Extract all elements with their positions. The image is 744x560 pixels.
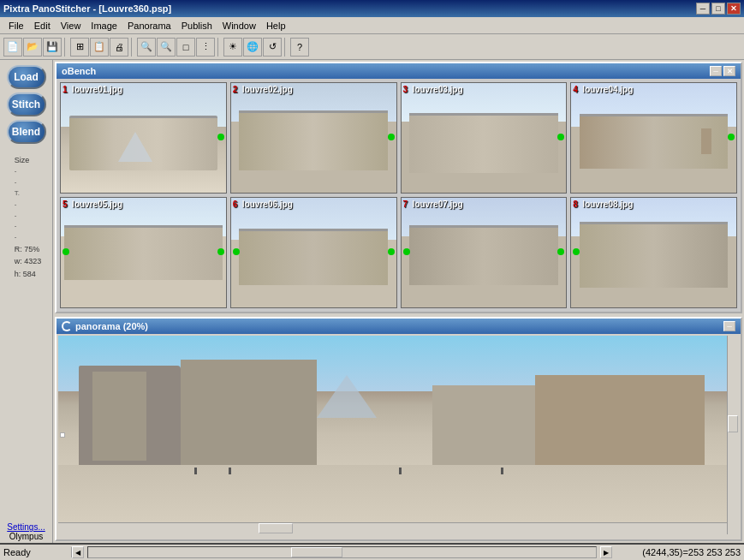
photo-label-6: 6 louvre06.jpg xyxy=(233,200,293,209)
left-settings: Settings... Olympus xyxy=(4,522,49,541)
tool-paste[interactable]: 📋 xyxy=(90,38,109,57)
toolbar-sep4 xyxy=(284,38,288,57)
photo-label-7: 7 louvre07.jpg xyxy=(403,200,463,209)
close-button[interactable]: ✕ xyxy=(727,3,741,15)
photo-cell-6[interactable]: 6 louvre06.jpg xyxy=(230,197,397,308)
menu-publish[interactable]: Publish xyxy=(176,19,217,33)
tool-globe[interactable]: 🌐 xyxy=(243,38,262,57)
menu-edit[interactable]: Edit xyxy=(29,19,56,33)
menu-file[interactable]: File xyxy=(3,19,29,33)
scrollbar-thumb[interactable] xyxy=(291,547,342,557)
photo-label-3: 3 louvre03.jpg xyxy=(403,85,463,94)
photo-cell-2[interactable]: 2 louvre02.jpg xyxy=(230,82,397,194)
panorama-image xyxy=(58,336,739,534)
ctrl-dot-3-right xyxy=(557,134,564,140)
tool-open[interactable]: 📂 xyxy=(23,38,42,57)
panorama-window: panorama (20%) ─ xyxy=(55,317,742,541)
photo-mock-1 xyxy=(61,83,226,193)
ctrl-dot-4-right xyxy=(728,134,735,140)
coords-display: (4244,35)=253 253 253 xyxy=(612,547,741,557)
tool-refresh[interactable]: ↺ xyxy=(263,38,282,57)
rotation-info: R: 75% xyxy=(15,243,42,255)
tool-save[interactable]: 💾 xyxy=(43,38,62,57)
tool-copy[interactable]: ⊞ xyxy=(70,38,89,57)
menu-help[interactable]: Help xyxy=(261,19,291,33)
toolbar: 📄 📂 💾 ⊞ 📋 🖨 🔍 🔍 □ ⋮ ☀ 🌐 ↺ ? xyxy=(0,34,744,60)
settings-link[interactable]: Settings... xyxy=(7,522,45,532)
tool-help[interactable]: ? xyxy=(290,38,309,57)
tool-zoom-out[interactable]: 🔍 xyxy=(157,38,176,57)
photo-cell-4[interactable]: 4 louvre04.jpg xyxy=(570,82,737,194)
maximize-button[interactable]: □ xyxy=(711,3,725,15)
scroll-thumb-v[interactable] xyxy=(728,415,738,432)
tool-grid[interactable]: ⋮ xyxy=(196,38,215,57)
scroll-left-indicator xyxy=(60,432,65,438)
menu-image[interactable]: Image xyxy=(86,19,122,33)
menu-panorama[interactable]: Panorama xyxy=(122,19,176,33)
scroll-left-btn[interactable]: ◀ xyxy=(72,546,84,558)
status-text: Ready xyxy=(3,547,72,557)
photobench-minimize[interactable]: ─ xyxy=(710,66,722,76)
panorama-title-text: panorama (20%) xyxy=(75,321,148,331)
photo-label-1: 1 louvre01.jpg xyxy=(62,85,122,94)
content-area: oBench ─ ✕ 1 louvre01.jpg xyxy=(53,60,744,543)
photo-label-2: 2 louvre02.jpg xyxy=(233,85,293,94)
panorama-title-bar: panorama (20%) ─ xyxy=(57,319,741,334)
panorama-scrollbar-h[interactable] xyxy=(58,522,727,534)
scroll-thumb-h[interactable] xyxy=(259,523,293,533)
tool-rect[interactable]: □ xyxy=(176,38,195,57)
menu-view[interactable]: View xyxy=(56,19,86,33)
panorama-content[interactable] xyxy=(58,336,739,534)
tool-zoom-in[interactable]: 🔍 xyxy=(137,38,156,57)
photobench-close[interactable]: ✕ xyxy=(723,66,735,76)
photo-cell-7[interactable]: 7 louvre07.jpg xyxy=(401,197,568,308)
photo-mock-3 xyxy=(402,83,567,193)
ctrl-dot-7-left xyxy=(403,248,410,255)
title-bar-buttons: ─ □ ✕ xyxy=(696,3,741,15)
photo-cell-1[interactable]: 1 louvre01.jpg xyxy=(60,82,227,194)
ctrl-dot-7-right xyxy=(557,248,564,255)
ctrl-dot-6-right xyxy=(388,248,395,255)
menu-window[interactable]: Window xyxy=(217,19,261,33)
window-title: Pixtra PanoStitcher - [Louvre360.psp] xyxy=(3,3,171,14)
tool-print[interactable]: 🖨 xyxy=(110,38,128,57)
toolbar-sep3 xyxy=(217,38,221,57)
photo-cell-8[interactable]: 8 louvre08.jpg xyxy=(570,197,737,308)
main-layout: Load Stitch Blend Size - - T. - - - - R:… xyxy=(0,60,744,543)
left-panel: Load Stitch Blend Size - - T. - - - - R:… xyxy=(0,60,53,543)
width-info: w: 4323 xyxy=(15,255,42,267)
tool-new[interactable]: 📄 xyxy=(3,38,22,57)
photo-mock-6 xyxy=(231,198,396,307)
height-info: h: 584 xyxy=(15,268,42,280)
photo-cell-3[interactable]: 3 louvre03.jpg xyxy=(401,82,568,194)
blend-button[interactable]: Blend xyxy=(7,120,46,144)
ctrl-dot-5-right xyxy=(217,248,224,255)
title-bar: Pixtra PanoStitcher - [Louvre360.psp] ─ … xyxy=(0,0,744,17)
ctrl-dot-1-right xyxy=(217,134,224,140)
photo-mock-2 xyxy=(231,83,396,193)
photobench-title-text: oBench xyxy=(62,66,96,76)
photo-label-8: 8 louvre08.jpg xyxy=(573,200,633,209)
ctrl-dot-5-left xyxy=(62,248,69,255)
photo-mock-5 xyxy=(61,198,226,307)
toolbar-sep2 xyxy=(131,38,134,57)
ctrl-dot-6-left xyxy=(233,248,240,255)
camera-label: Olympus xyxy=(9,532,43,541)
scroll-right-btn[interactable]: ▶ xyxy=(600,546,612,558)
panorama-scrollbar-v[interactable] xyxy=(727,336,739,534)
load-button[interactable]: Load xyxy=(7,65,46,89)
size-label: Size xyxy=(15,154,42,166)
minimize-button[interactable]: ─ xyxy=(696,3,710,15)
panorama-minimize[interactable]: ─ xyxy=(723,321,735,331)
photo-label-5: 5 louvre05.jpg xyxy=(62,200,122,209)
tool-brightness[interactable]: ☀ xyxy=(223,38,242,57)
photobench-title-bar: oBench ─ ✕ xyxy=(57,63,741,79)
stitch-button[interactable]: Stitch xyxy=(7,92,46,116)
ctrl-dot-8-left xyxy=(573,248,580,255)
left-info: Size - - T. - - - - R: 75% w: 4323 h: 58… xyxy=(11,154,42,280)
photo-cell-5[interactable]: 5 louvre05.jpg xyxy=(60,197,227,308)
status-scrollbar[interactable] xyxy=(87,546,597,558)
panorama-refresh-icon xyxy=(62,321,72,331)
photo-grid: 1 louvre01.jpg 2 louvre02.jpg xyxy=(57,79,741,312)
photo-label-4: 4 louvre04.jpg xyxy=(573,85,633,94)
